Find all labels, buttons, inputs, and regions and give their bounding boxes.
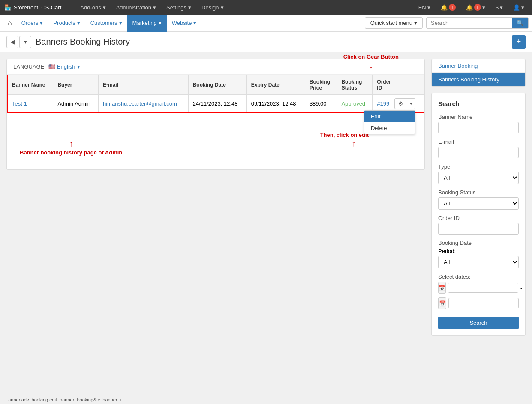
period-row: Period: [438,248,519,254]
history-callout-text: Banner booking history page of Admin [20,149,122,157]
edit-menu-item[interactable]: Edit [364,111,415,122]
bell-arrow: ▾ [482,4,485,11]
page-header: ◀ ▾ Banners Booking History + [0,32,532,52]
col-buyer: Buyer [53,75,99,95]
table-wrapper: Click on Gear Button ↓ Banner Name Buyer… [7,75,424,113]
edit-callout: Then, click on edit ↑ [320,131,369,148]
end-date-row: 📅 [438,297,519,309]
search-tools: Quick start menu ▾ 🔍 [365,17,529,29]
currency-selector[interactable]: $ ▾ [492,0,506,15]
marketing-menu[interactable]: Marketing ▾ [127,15,167,32]
period-select[interactable]: All [438,256,519,268]
status-badge: Approved [341,100,365,107]
store-name: 🏪 Storefront: CS-Cart [4,4,61,11]
type-select[interactable]: All [438,172,519,184]
search-button[interactable]: 🔍 [512,18,528,28]
bell-icon-1: 🔔 [441,4,448,11]
banner-booking-link[interactable]: Banner Booking [438,63,478,69]
email-field[interactable] [438,147,519,158]
end-date-input[interactable] [448,298,519,308]
website-menu[interactable]: Website ▾ [167,15,202,32]
sidebar-item-banners-booking-history[interactable]: Banners Booking History [432,73,525,86]
settings-label: Settings [166,4,186,11]
cell-banner-name: Test 1 [7,95,53,113]
type-group: Type All [438,163,519,184]
design-menu[interactable]: Design ▾ [196,0,228,15]
orders-menu[interactable]: Orders ▾ [16,15,48,32]
settings-arrow: ▾ [188,4,191,11]
search-input[interactable] [427,18,512,28]
addons-arrow: ▾ [103,4,106,11]
start-date-calendar-icon[interactable]: 📅 [438,282,446,294]
col-booking-date: Booking Date [188,75,246,95]
products-label: Products [53,20,75,26]
quick-start-button[interactable]: Quick start menu ▾ [365,17,423,29]
cell-order-id: #199 ⚙ ▾ Edit Delete [373,95,424,113]
top-nav-right: EN ▾ 🔔 1 🔔 1 ▾ $ ▾ 👤 ▾ [415,0,528,15]
page-title: Banners Booking History [36,37,130,47]
administration-label: Administration [116,4,151,11]
customers-arrow: ▾ [119,20,122,26]
customers-label: Customers [90,20,117,26]
back-button[interactable]: ◀ [6,36,18,48]
search-submit-button[interactable]: Search [438,317,519,329]
gear-button[interactable]: ⚙ [394,98,407,109]
settings-menu[interactable]: Settings ▾ [161,0,196,15]
search-panel-title: Search [438,100,519,107]
administration-menu[interactable]: Administration ▾ [111,0,161,15]
user-icon: 👤 [513,4,520,11]
order-id-group: Order ID [438,215,519,235]
page-nav-arrows: ◀ ▾ [6,36,31,48]
booking-date-label: Booking Date [438,240,519,246]
notification-bell-2[interactable]: 🔔 1 ▾ [463,0,489,15]
cell-buyer: Admin Admin [53,95,99,113]
language-selector[interactable]: EN ▾ [415,0,434,15]
select-dates-group: Select dates: 📅 - 📅 [438,274,519,309]
language-dropdown-arrow: ▾ [77,63,80,70]
home-icon: ⌂ [8,19,12,27]
col-booking-price: BookingPrice [305,75,337,95]
gear-callout-arrow: ↓ [343,61,399,69]
secondary-navbar: ⌂ Orders ▾ Products ▾ Customers ▾ Market… [0,15,532,32]
store-icon: 🏪 [4,4,11,11]
email-link[interactable]: himanshu.ecarter@gmail.com [103,100,177,107]
edit-callout-text: Then, click on edit [320,131,369,139]
booking-status-group: Booking Status All [438,189,519,210]
design-label: Design [201,4,219,11]
end-date-calendar-icon[interactable]: 📅 [438,297,446,309]
addons-menu[interactable]: Add-ons ▾ [75,0,111,15]
flag-icon: 🇺🇸 [48,63,55,70]
website-label: Website [172,20,192,26]
store-name-label: Storefront: CS-Cart [14,4,61,11]
banner-name-field[interactable] [438,122,519,133]
banner-name-group: Banner Name [438,114,519,133]
order-id-link[interactable]: #199 [377,100,389,107]
forward-button[interactable]: ▾ [19,36,31,48]
delete-menu-item[interactable]: Delete [364,122,415,134]
email-group: E-mail [438,139,519,158]
sidebar-item-banner-booking[interactable]: Banner Booking [432,59,525,73]
start-date-input[interactable] [448,283,518,293]
banner-name-link[interactable]: Test 1 [12,100,27,107]
bookings-table: Banner Name Buyer E-mail Booking Date Ex… [7,75,424,113]
booking-status-label: Booking Status [438,189,519,196]
language-value: English [57,63,75,70]
top-nav-links: Add-ons ▾ Administration ▾ Settings ▾ De… [75,0,409,15]
col-order-id: OrderID [373,75,424,95]
home-button[interactable]: ⌂ [3,15,16,32]
customers-menu[interactable]: Customers ▾ [85,15,127,32]
notification-bell-1[interactable]: 🔔 1 [437,0,459,15]
marketing-arrow: ▾ [159,20,162,26]
date-separator: - [520,285,522,291]
order-id-field[interactable] [438,223,519,235]
sidebar-link-panel: Banner Booking Banners Booking History [431,59,526,87]
products-menu[interactable]: Products ▾ [48,15,85,32]
language-selector-dropdown[interactable]: 🇺🇸 English ▾ [48,63,80,70]
booking-status-select[interactable]: All [438,197,519,210]
banners-booking-history-link[interactable]: Banners Booking History [438,76,499,83]
notification-badge-1: 1 [449,4,456,11]
add-button[interactable]: + [512,35,526,49]
user-menu[interactable]: 👤 ▾ [510,0,528,15]
gear-dropdown-toggle[interactable]: ▾ [407,98,415,109]
period-label: Period: [438,248,456,254]
